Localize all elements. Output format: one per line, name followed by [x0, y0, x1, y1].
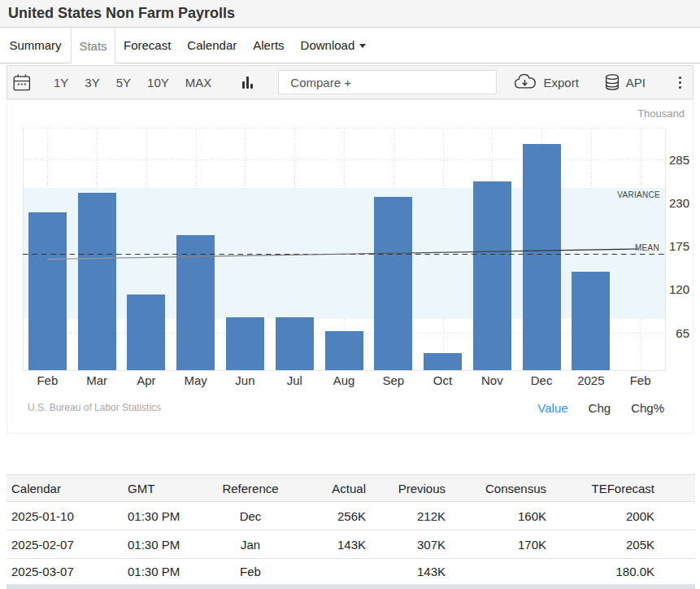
cell-consensus: 170K — [450, 530, 551, 559]
x-label-sep-7: Sep — [369, 373, 418, 387]
cell-teforecast: 205K — [551, 530, 695, 559]
col-reference: Reference — [210, 475, 291, 502]
cell-reference: Jan — [210, 530, 291, 559]
chart-unit-label: Thousand — [637, 107, 685, 120]
table-bottom-scrollbar[interactable] — [7, 584, 695, 589]
bar-oct-8[interactable] — [424, 353, 462, 370]
database-icon — [605, 74, 620, 90]
cell-actual: 256K — [291, 502, 371, 530]
calendar-table: Calendar GMT Reference Actual Previous C… — [7, 474, 695, 584]
tab-summary[interactable]: Summary — [0, 28, 71, 63]
chart-legend: Value Chg Chg% — [537, 401, 664, 415]
title-bar: United States Non Farm Payrolls — [0, 0, 700, 27]
col-teforecast: TEForecast — [551, 475, 695, 502]
cell-previous: 212K — [371, 502, 450, 530]
bar-jun-4[interactable] — [226, 317, 264, 370]
x-label-may-3: May — [172, 373, 220, 387]
bar-jul-5[interactable] — [276, 317, 314, 370]
x-label-aug-6: Aug — [320, 373, 368, 387]
x-label-dec-10: Dec — [517, 373, 566, 387]
tab-stats[interactable]: Stats — [71, 28, 115, 63]
cell-gmt: 01:30 PM — [123, 530, 210, 559]
x-label-feb-12: Feb — [616, 373, 665, 387]
table-row[interactable]: 2025-01-10 01:30 PM Dec 256K 212K 160K 2… — [7, 502, 695, 530]
tab-bar: Summary Stats Forecast Calendar Alerts D… — [0, 27, 700, 63]
legend-value[interactable]: Value — [537, 401, 567, 415]
col-calendar: Calendar — [7, 475, 123, 502]
tab-alerts[interactable]: Alerts — [245, 28, 292, 63]
tab-download-label: Download — [301, 38, 355, 52]
bar-feb-0[interactable] — [28, 212, 67, 370]
x-axis-line — [23, 370, 666, 371]
cell-gmt: 01:30 PM — [123, 559, 210, 584]
bar-dec-10[interactable] — [523, 144, 561, 370]
chart-source: U.S. Bureau of Labor Statistics — [28, 402, 161, 413]
cell-previous: 307K — [371, 530, 450, 559]
x-label-jun-4: Jun — [220, 373, 269, 387]
calendar-icon[interactable] — [13, 74, 31, 91]
tab-download[interactable]: Download — [293, 28, 375, 63]
bar-2025-11[interactable] — [572, 272, 610, 370]
compare-input[interactable] — [278, 70, 497, 94]
variance-band — [24, 188, 665, 320]
legend-chgpct[interactable]: Chg% — [631, 401, 664, 415]
cell-consensus: 160K — [450, 502, 551, 530]
chevron-down-icon — [359, 44, 366, 48]
col-previous: Previous — [371, 475, 450, 502]
x-label-nov-9: Nov — [467, 373, 516, 387]
y-tick-label: 230 — [657, 196, 689, 210]
cell-date: 2025-02-07 — [7, 530, 123, 559]
x-label-oct-8: Oct — [419, 373, 467, 387]
range-max[interactable]: MAX — [185, 76, 212, 89]
cell-actual: 143K — [291, 530, 371, 559]
cell-consensus — [450, 559, 551, 584]
y-tick-label: 285 — [657, 153, 689, 167]
api-label: API — [626, 76, 646, 89]
cell-teforecast: 180.0K — [551, 559, 695, 584]
cell-date: 2025-03-07 — [7, 559, 123, 584]
bar-chart-icon[interactable] — [242, 76, 253, 89]
table-row[interactable]: 2025-02-07 01:30 PM Jan 143K 307K 170K 2… — [7, 530, 695, 559]
cell-gmt: 01:30 PM — [123, 502, 210, 530]
range-3y[interactable]: 3Y — [85, 76, 99, 89]
bar-aug-6[interactable] — [325, 331, 363, 370]
x-label-mar-1: Mar — [72, 373, 121, 387]
x-label-feb-0: Feb — [23, 373, 72, 387]
range-selector: 1Y 3Y 5Y 10Y MAX — [54, 76, 211, 89]
api-button[interactable]: API — [605, 74, 646, 90]
cell-reference: Feb — [210, 559, 291, 584]
range-1y[interactable]: 1Y — [54, 76, 68, 89]
cell-reference: Dec — [210, 502, 291, 530]
bar-may-3[interactable] — [176, 235, 215, 370]
y-tick-label: 120 — [657, 282, 689, 296]
bar-sep-7[interactable] — [374, 197, 412, 370]
bar-apr-2[interactable] — [127, 294, 165, 370]
kebab-menu-icon[interactable] — [677, 75, 683, 90]
export-label: Export — [543, 76, 578, 89]
table-header-row: Calendar GMT Reference Actual Previous C… — [7, 475, 695, 502]
y-tick-label: 65 — [657, 326, 689, 340]
page-title: United States Non Farm Payrolls — [8, 5, 235, 22]
bar-mar-1[interactable] — [78, 193, 116, 370]
cell-teforecast: 200K — [551, 502, 695, 530]
export-button[interactable]: Export — [513, 74, 578, 90]
h-gridline — [23, 128, 665, 129]
tab-calendar[interactable]: Calendar — [179, 28, 245, 63]
cell-actual — [291, 559, 371, 584]
variance-label: VARIANCE — [617, 190, 660, 199]
legend-chg[interactable]: Chg — [589, 401, 611, 415]
x-label-2025-11: 2025 — [567, 373, 615, 387]
bar-nov-9[interactable] — [473, 181, 511, 370]
cell-previous: 143K — [371, 559, 450, 584]
col-consensus: Consensus — [450, 475, 551, 502]
cloud-download-icon — [513, 74, 537, 90]
range-5y[interactable]: 5Y — [116, 76, 131, 89]
table-row[interactable]: 2025-03-07 01:30 PM Feb 143K 180.0K — [7, 559, 695, 584]
chart-toolbar: 1Y 3Y 5Y 10Y MAX Export API — [7, 65, 693, 99]
col-actual: Actual — [291, 475, 371, 502]
x-label-apr-2: Apr — [122, 373, 171, 387]
chart-area: Thousand U.S. Bureau of Labor Statistics… — [7, 99, 693, 434]
tab-forecast[interactable]: Forecast — [115, 28, 179, 63]
range-10y[interactable]: 10Y — [147, 76, 169, 89]
x-label-jul-5: Jul — [270, 373, 319, 387]
